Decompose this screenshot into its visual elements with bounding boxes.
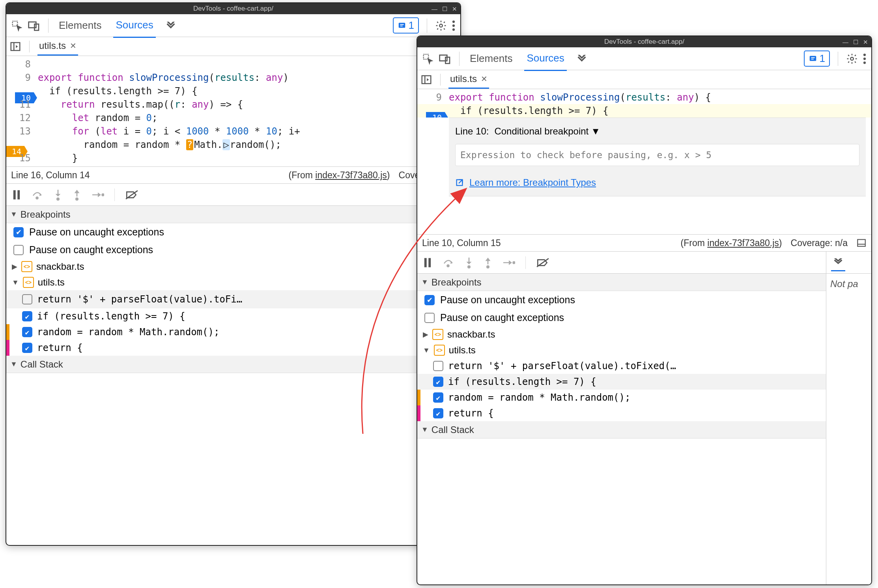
svg-point-24 (850, 57, 854, 60)
checkbox-checked[interactable]: ✔ (433, 408, 443, 418)
step-out-icon[interactable] (73, 189, 81, 201)
breakpoint-item[interactable]: ✔ random = random * Math.random(); 14 (417, 390, 871, 405)
svg-rect-8 (11, 43, 20, 50)
source-link[interactable]: index-73f73a80.js (707, 238, 779, 248)
close-icon[interactable]: ✕ (452, 6, 457, 12)
breakpoint-item[interactable]: ✔ return { 16 (417, 405, 871, 421)
svg-rect-32 (857, 239, 865, 246)
more-tabs-icon[interactable] (165, 22, 176, 30)
tab-elements[interactable]: Elements (467, 47, 515, 70)
chevron-down-icon: ▼ (10, 360, 17, 368)
cursor-position: Line 10, Column 15 (422, 238, 501, 248)
tab-sources[interactable]: Sources (524, 47, 566, 71)
more-tabs-icon[interactable] (576, 55, 587, 63)
source-link[interactable]: index-73f73a80.js (315, 170, 387, 180)
checkbox-checked[interactable]: ✔ (424, 295, 435, 305)
svg-point-14 (57, 198, 59, 200)
device-icon[interactable] (439, 53, 451, 65)
checkbox-checked[interactable]: ✔ (22, 311, 32, 321)
pause-caught-option[interactable]: Pause on caught exceptions (417, 309, 871, 327)
breakpoint-file-snackbar[interactable]: ▶ <> snackbar.ts (6, 259, 460, 274)
pause-caught-option[interactable]: Pause on caught exceptions (6, 241, 460, 259)
callstack-section-header[interactable]: ▼ Call Stack (417, 421, 871, 439)
not-paused-label: Not pa (826, 274, 871, 289)
pause-icon[interactable] (12, 189, 21, 200)
step-icon[interactable] (503, 258, 515, 267)
learn-more-link[interactable]: Learn more: Breakpoint Types (469, 177, 596, 188)
checkbox-unchecked[interactable] (22, 294, 32, 304)
maximize-icon[interactable]: ☐ (853, 39, 858, 45)
breakpoints-section-header[interactable]: ▼ Breakpoints (6, 206, 460, 223)
show-navigator-icon[interactable] (420, 74, 432, 86)
breakpoint-item[interactable]: ✔ if (results.length >= 7) { 10 (6, 308, 460, 324)
maximize-icon[interactable]: ☐ (442, 6, 447, 12)
breakpoint-type-dropdown[interactable]: Conditional breakpoint ▼ (494, 126, 600, 137)
breakpoints-section-header[interactable]: ▼ Breakpoints (417, 274, 871, 291)
minimize-icon[interactable]: — (843, 39, 848, 45)
checkbox-unchecked[interactable] (13, 245, 24, 255)
code-editor[interactable]: 8 9export function slowProcessing(result… (6, 56, 460, 166)
breakpoint-file-utils[interactable]: ▼ <> utils.ts (417, 342, 871, 358)
checkbox-checked[interactable]: ✔ (22, 343, 32, 353)
breakpoint-item[interactable]: ✔ random = random * Math.random(); 14 (6, 324, 460, 340)
show-navigator-icon[interactable] (9, 41, 21, 52)
editor-statusbar: Line 16, Column 14 (From index-73f73a80.… (6, 166, 460, 184)
inspect-icon[interactable] (11, 20, 23, 32)
condition-input[interactable]: Expression to check before pausing, e.g.… (460, 150, 712, 160)
checkbox-checked[interactable]: ✔ (22, 327, 32, 337)
step-over-icon[interactable] (443, 258, 454, 268)
svg-rect-34 (424, 258, 427, 267)
file-tab-utils[interactable]: utils.ts ✕ (448, 70, 489, 89)
tab-elements[interactable]: Elements (56, 14, 104, 37)
issues-badge[interactable]: 1 (393, 17, 419, 34)
kebab-icon[interactable] (863, 53, 867, 65)
more-tabs-icon[interactable] (831, 254, 845, 271)
pause-uncaught-option[interactable]: ✔ Pause on uncaught exceptions (6, 223, 460, 241)
inspect-icon[interactable] (422, 53, 434, 65)
checkbox-unchecked[interactable] (433, 361, 443, 371)
svg-point-25 (863, 53, 866, 56)
breakpoint-item[interactable]: ✔ if (results.length >= 7) { ✕ 10 (417, 374, 871, 390)
device-icon[interactable] (28, 20, 40, 32)
deactivate-breakpoints-icon[interactable] (536, 258, 549, 268)
callstack-section-header[interactable]: ▼ Call Stack (6, 356, 460, 373)
show-drawer-icon[interactable] (856, 238, 867, 248)
devtools-toolbar: Elements Sources 1 (6, 14, 460, 37)
breakpoint-item[interactable]: return '$' + parseFloat(value).toFi… ✕ 2 (6, 290, 460, 308)
svg-rect-3 (398, 22, 405, 28)
svg-point-18 (102, 194, 104, 196)
step-icon[interactable] (92, 190, 104, 199)
issues-count: 1 (409, 19, 414, 32)
kebab-icon[interactable] (452, 20, 456, 32)
step-into-icon[interactable] (54, 189, 62, 201)
pause-uncaught-option[interactable]: ✔ Pause on uncaught exceptions (417, 291, 871, 309)
checkbox-checked[interactable]: ✔ (13, 227, 24, 237)
step-into-icon[interactable] (465, 257, 473, 269)
typescript-icon: <> (21, 261, 32, 272)
tab-sources[interactable]: Sources (113, 13, 155, 38)
breakpoint-item[interactable]: return '$' + parseFloat(value).toFixed(…… (417, 358, 871, 374)
window-titlebar: DevTools - coffee-cart.app/ — ☐ ✕ (6, 3, 460, 14)
svg-rect-28 (422, 76, 431, 84)
breakpoint-item[interactable]: ✔ return { 16 (6, 340, 460, 356)
line-label: Line 10: (455, 126, 489, 137)
close-tab-icon[interactable]: ✕ (481, 74, 488, 84)
file-tabbar: utils.ts ✕ (417, 70, 871, 89)
checkbox-checked[interactable]: ✔ (433, 377, 443, 387)
step-over-icon[interactable] (32, 190, 43, 200)
step-out-icon[interactable] (484, 257, 492, 269)
minimize-icon[interactable]: — (432, 6, 437, 12)
breakpoint-file-utils[interactable]: ▼ <> utils.ts (6, 274, 460, 290)
breakpoint-file-snackbar[interactable]: ▶ <> snackbar.ts (417, 327, 871, 342)
file-tab-utils[interactable]: utils.ts ✕ (37, 37, 78, 56)
code-editor[interactable]: 9export function slowProcessing(results:… (417, 89, 871, 234)
gear-icon[interactable] (846, 53, 858, 65)
deactivate-breakpoints-icon[interactable] (125, 190, 138, 200)
checkbox-unchecked[interactable] (424, 313, 435, 323)
gear-icon[interactable] (435, 20, 447, 32)
checkbox-checked[interactable]: ✔ (433, 392, 443, 403)
close-icon[interactable]: ✕ (863, 39, 868, 45)
pause-icon[interactable] (423, 257, 432, 268)
close-tab-icon[interactable]: ✕ (70, 41, 77, 50)
issues-badge[interactable]: 1 (804, 50, 830, 67)
